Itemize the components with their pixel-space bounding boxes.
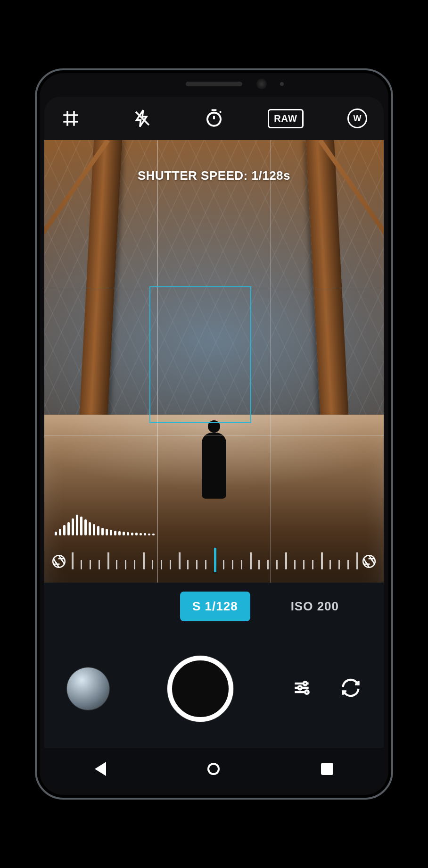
- histogram-bar: [55, 532, 57, 535]
- exposure-slider[interactable]: [44, 540, 384, 583]
- svg-point-3: [304, 682, 307, 685]
- histogram-bar: [110, 530, 112, 535]
- adjustments-button[interactable]: [291, 677, 312, 700]
- histogram-bar: [152, 534, 155, 535]
- screen: RAW W SHUTTER SPEED: 1/128s: [44, 97, 384, 790]
- slider-tick: [214, 548, 216, 572]
- slider-tick: [205, 560, 206, 569]
- mode-iso[interactable]: ISO 200: [279, 592, 351, 621]
- mode-shutter[interactable]: S 1/128: [180, 592, 250, 621]
- grid-line: [44, 288, 384, 288]
- grid-line: [157, 140, 158, 583]
- slider-tick: [170, 560, 171, 569]
- histogram-bar: [123, 532, 125, 535]
- slider-tick: [187, 560, 189, 569]
- nav-home-button[interactable]: [207, 763, 220, 775]
- histogram-bar: [106, 529, 108, 535]
- svg-point-4: [298, 686, 302, 689]
- slider-tick: [161, 560, 162, 569]
- phone-frame: RAW W SHUTTER SPEED: 1/128s: [35, 68, 393, 800]
- histogram-bar: [80, 517, 82, 535]
- slider-tick: [250, 552, 252, 569]
- slider-tick: [303, 560, 305, 569]
- histogram-bar: [67, 522, 70, 535]
- wb-icon: W: [347, 108, 367, 128]
- histogram: [55, 511, 155, 535]
- speaker-grille: [186, 82, 242, 86]
- histogram-bar: [93, 524, 95, 535]
- histogram-bar: [144, 533, 146, 535]
- slider-tick: [241, 560, 242, 569]
- slider-tick: [285, 552, 287, 569]
- sensor-dot: [280, 82, 284, 86]
- white-balance-button[interactable]: W: [343, 104, 371, 133]
- slider-tick: [107, 552, 109, 569]
- nav-back-button[interactable]: [95, 762, 106, 776]
- svg-point-5: [305, 691, 308, 694]
- shutter-button[interactable]: [167, 656, 233, 722]
- front-camera: [256, 79, 267, 89]
- slider-tick: [312, 560, 313, 569]
- slider-tick: [338, 560, 340, 569]
- grid-icon: [61, 108, 81, 128]
- histogram-bar: [127, 532, 129, 535]
- aperture-min-icon: [51, 553, 67, 569]
- viewfinder[interactable]: SHUTTER SPEED: 1/128s: [44, 140, 384, 583]
- grid-toggle-button[interactable]: [57, 104, 85, 133]
- slider-tick: [81, 560, 82, 569]
- raw-badge: RAW: [268, 109, 304, 128]
- histogram-bar: [63, 525, 66, 535]
- sliders-icon: [291, 677, 312, 698]
- histogram-bar: [131, 533, 133, 535]
- slider-tick: [143, 552, 145, 569]
- flash-off-icon: [132, 108, 152, 128]
- slider-tick: [116, 560, 117, 569]
- raw-toggle-button[interactable]: RAW: [272, 104, 300, 133]
- mode-ev[interactable]: EV +: [379, 592, 384, 621]
- slider-tick: [258, 560, 260, 569]
- mode-strip[interactable]: S 1/128 ISO 200 EV +: [44, 583, 384, 630]
- slider-tick: [329, 560, 331, 569]
- slider-tick: [356, 552, 358, 569]
- slider-tick: [321, 552, 323, 569]
- flash-toggle-button[interactable]: [128, 104, 156, 133]
- aperture-max-icon: [361, 553, 377, 569]
- timer-icon: [204, 108, 224, 128]
- slider-tick: [125, 560, 126, 569]
- histogram-bar: [59, 529, 61, 535]
- grid-line: [44, 435, 384, 435]
- shutter-speed-overlay-label: SHUTTER SPEED: 1/128s: [44, 168, 384, 183]
- slider-tick: [90, 560, 91, 569]
- nav-recents-button[interactable]: [321, 763, 333, 775]
- bottom-bar: [44, 630, 384, 748]
- slider-tick: [232, 560, 233, 569]
- histogram-bar: [114, 531, 116, 535]
- histogram-bar: [97, 526, 99, 535]
- slider-tick: [267, 560, 269, 569]
- histogram-bar: [148, 534, 150, 535]
- camera-top-toolbar: RAW W: [44, 97, 384, 140]
- camera-switch-icon: [340, 677, 361, 698]
- timer-button[interactable]: [200, 104, 228, 133]
- preview-subject-person: [202, 433, 226, 499]
- slider-ticks[interactable]: [72, 549, 356, 574]
- histogram-bar: [140, 533, 142, 535]
- histogram-bar: [72, 518, 74, 535]
- gallery-thumbnail[interactable]: [67, 668, 109, 710]
- histogram-bar: [135, 533, 138, 535]
- histogram-bar: [101, 528, 104, 535]
- switch-camera-button[interactable]: [340, 677, 361, 700]
- slider-tick: [152, 560, 153, 569]
- histogram-bar: [76, 515, 78, 535]
- histogram-bar: [84, 519, 87, 535]
- bottom-actions: [291, 677, 361, 700]
- slider-tick: [347, 560, 349, 569]
- slider-tick: [99, 560, 100, 569]
- slider-tick: [294, 560, 296, 569]
- histogram-bar: [118, 531, 121, 535]
- histogram-bar: [89, 522, 91, 535]
- android-navbar: [44, 748, 384, 790]
- slider-tick: [179, 552, 181, 569]
- slider-tick: [134, 560, 135, 569]
- slider-tick: [196, 560, 198, 569]
